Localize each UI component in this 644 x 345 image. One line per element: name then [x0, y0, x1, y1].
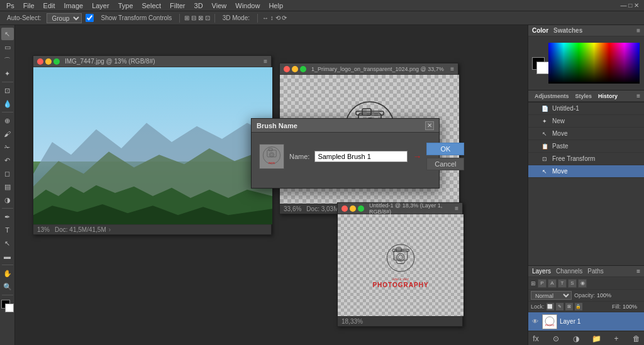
doc3-minimize-btn[interactable]	[350, 205, 356, 212]
history-item-paste[interactable]: 📋 Paste	[528, 140, 644, 153]
adjustments-tab[interactable]: Adjustments	[532, 92, 572, 100]
tool-pen[interactable]: ✒	[1, 211, 14, 223]
channels-tab[interactable]: Channels	[556, 268, 582, 275]
doc2-maximize-btn[interactable]	[300, 66, 306, 72]
tool-dodge[interactable]: ◑	[1, 194, 14, 206]
history-item-untitled[interactable]: 📄 Untitled-1	[528, 102, 644, 115]
adj-panel-options[interactable]: ≡	[636, 92, 640, 99]
canvas-area: IMG_7447.jpg @ 13% (RGB/8#) ≡	[15, 25, 528, 345]
tool-clone[interactable]: ✁	[1, 141, 14, 153]
tool-move[interactable]: ↖	[1, 28, 14, 40]
history-icon-doc: 📄	[541, 105, 548, 112]
tool-type[interactable]: T	[1, 224, 14, 236]
menu-image[interactable]: Image	[60, 1, 87, 10]
layers-tab[interactable]: Layers	[532, 268, 551, 275]
tool-rect-select[interactable]: ▭	[1, 41, 14, 53]
layer-item-1[interactable]: 👁 PHOTO Layer 1	[528, 312, 644, 331]
layers-panel-options[interactable]: ≡	[636, 268, 640, 275]
svg-rect-12	[394, 250, 408, 260]
doc2-close-btn[interactable]	[284, 66, 290, 72]
bg-color-swatch[interactable]	[536, 62, 549, 74]
color-spectrum[interactable]	[548, 43, 640, 84]
color-panel-options[interactable]: ≡	[636, 27, 640, 34]
menu-edit[interactable]: Edit	[40, 1, 59, 10]
dialog-name-input[interactable]	[314, 151, 408, 162]
layers-bottom-bar: fx ⊙ ◑ 📁 + 🗑	[528, 331, 644, 345]
menu-3d[interactable]: 3D	[191, 1, 207, 10]
swatches-tab[interactable]: Swatches	[553, 27, 582, 34]
history-item-transform[interactable]: ⊡ Free Transform	[528, 153, 644, 165]
menu-file[interactable]: File	[19, 1, 38, 10]
doc1-arrow[interactable]: ›	[109, 226, 111, 233]
menu-layer[interactable]: Layer	[88, 1, 113, 10]
menu-window[interactable]: Window	[231, 1, 264, 10]
history-item-move2[interactable]: ↖ Move	[528, 165, 644, 178]
tool-path-select[interactable]: ↖	[1, 237, 14, 249]
tool-lasso[interactable]: ⌒	[1, 54, 14, 67]
kind-adj-btn[interactable]: A	[548, 279, 557, 288]
tool-heal[interactable]: ⊕	[1, 114, 14, 127]
mask-btn[interactable]: ⊙	[551, 334, 561, 344]
lock-all-btn[interactable]: 🔒	[575, 303, 582, 310]
dialog-close-btn[interactable]: ✕	[425, 121, 434, 130]
tool-gradient[interactable]: ▤	[1, 180, 14, 193]
color-tab[interactable]: Color	[532, 27, 548, 34]
tool-crop[interactable]: ⊡	[1, 84, 14, 97]
paths-tab[interactable]: Paths	[587, 268, 604, 275]
doc1-options-btn[interactable]: ≡	[264, 58, 267, 65]
history-item-move1[interactable]: ↖ Move	[528, 128, 644, 140]
kind-pixel-btn[interactable]: P	[538, 279, 547, 288]
history-tab[interactable]: History	[596, 92, 620, 100]
toolbar-auto-select-dropdown[interactable]: Group	[47, 13, 82, 23]
delete-layer-btn[interactable]: 🗑	[631, 334, 641, 344]
fg-color-swatch[interactable]	[532, 57, 545, 70]
adjustment-btn[interactable]: ◑	[571, 334, 581, 344]
background-color[interactable]	[5, 304, 14, 312]
kind-type-btn[interactable]: T	[558, 279, 567, 288]
lock-artboard-btn[interactable]: ⊠	[565, 303, 573, 310]
doc3-options-btn[interactable]: ≡	[455, 205, 458, 212]
group-btn[interactable]: 📁	[591, 334, 601, 344]
history-item-new[interactable]: ✦ New	[528, 115, 644, 128]
doc3-maximize-btn[interactable]	[358, 205, 364, 212]
dialog-cancel-button[interactable]: Cancel	[426, 158, 464, 170]
layer-visibility-icon[interactable]: 👁	[531, 318, 540, 325]
tool-eyedropper[interactable]: 💧	[1, 97, 14, 110]
menu-filter[interactable]: Filter	[166, 1, 189, 10]
tool-shape[interactable]: ▬	[1, 250, 14, 263]
doc2-minimize-btn[interactable]	[292, 66, 298, 72]
tool-separator-3	[2, 208, 13, 209]
adj-tabs: Adjustments Styles History	[532, 92, 620, 100]
menu-help[interactable]: Help	[265, 1, 287, 10]
kind-smart-btn[interactable]: ◉	[578, 279, 587, 288]
doc1-close-btn[interactable]	[37, 58, 43, 65]
tool-zoom[interactable]: 🔍	[1, 280, 14, 293]
doc3-close-btn[interactable]	[341, 205, 348, 212]
tool-history-brush[interactable]: ↶	[1, 154, 14, 167]
doc1-maximize-btn[interactable]	[53, 58, 60, 65]
doc2-options-btn[interactable]: ≡	[450, 65, 454, 72]
doc1-canvas[interactable]	[33, 67, 272, 224]
menu-type[interactable]: Type	[114, 1, 137, 10]
menu-ps[interactable]: Ps	[3, 1, 18, 10]
toolbar-transform-checkbox[interactable]	[86, 14, 94, 22]
tool-eraser[interactable]: ◻	[1, 167, 14, 180]
menu-view[interactable]: View	[208, 1, 231, 10]
tool-separator-4	[2, 265, 13, 265]
kind-shape-btn[interactable]: S	[568, 279, 577, 288]
svg-rect-20	[269, 148, 272, 151]
lock-pixels-btn[interactable]: ⬜	[547, 303, 554, 310]
tool-quick-select[interactable]: ✦	[1, 67, 14, 80]
doc3-canvas[interactable]: take a shot PHOTOGRAPHY	[338, 214, 464, 316]
menu-select[interactable]: Select	[138, 1, 165, 10]
tool-brush[interactable]: 🖌	[1, 128, 14, 140]
lock-position-btn[interactable]: ✎	[556, 303, 564, 310]
tool-hand[interactable]: ✋	[1, 267, 14, 280]
new-layer-btn[interactable]: +	[611, 334, 621, 344]
styles-tab[interactable]: Styles	[573, 92, 595, 100]
doc1-minimize-btn[interactable]	[45, 58, 52, 65]
fx-btn[interactable]: fx	[531, 334, 541, 344]
blend-mode-select[interactable]: Normal	[531, 291, 572, 300]
color-selector[interactable]	[1, 300, 14, 312]
dialog-ok-button[interactable]: OK	[426, 143, 464, 155]
